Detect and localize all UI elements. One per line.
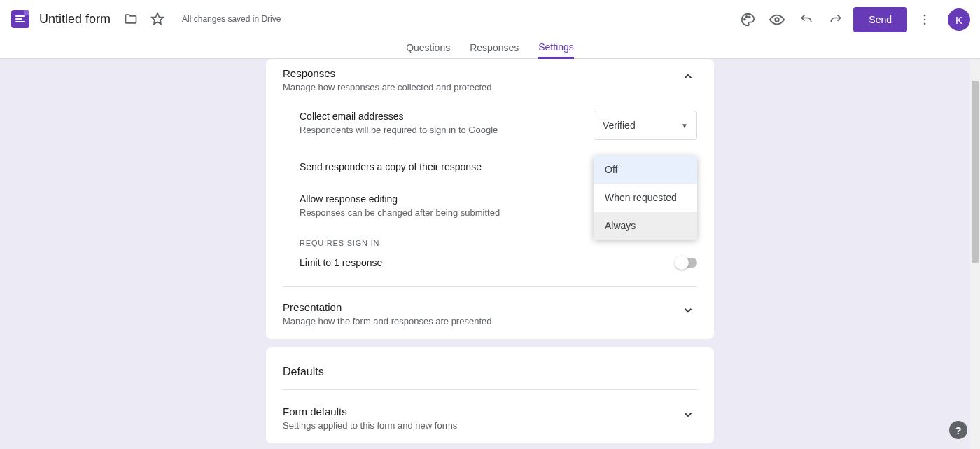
- chevron-down-icon[interactable]: [679, 406, 697, 424]
- form-defaults-subtitle: Settings applied to this form and new fo…: [283, 420, 457, 431]
- account-avatar[interactable]: K: [948, 8, 970, 31]
- svg-point-6: [924, 19, 926, 21]
- defaults-title: Defaults: [283, 360, 697, 389]
- allow-edit-label: Allow response editing: [300, 193, 500, 205]
- limit-one-toggle[interactable]: [676, 258, 697, 268]
- presentation-title: Presentation: [283, 301, 491, 313]
- svg-point-2: [746, 16, 748, 18]
- form-defaults-section-header: Form defaults Settings applied to this f…: [283, 403, 697, 431]
- redo-icon[interactable]: [824, 8, 848, 32]
- tab-responses[interactable]: Responses: [470, 42, 519, 59]
- dropdown-arrow-icon: ▼: [681, 122, 688, 130]
- more-icon[interactable]: [913, 8, 937, 32]
- send-button[interactable]: Send: [853, 7, 907, 32]
- svg-point-4: [776, 18, 780, 22]
- collect-email-row: Collect email addresses Respondents will…: [283, 111, 697, 140]
- forms-logo-icon[interactable]: [11, 10, 29, 28]
- send-copy-dropdown-menu: Off When requested Always: [594, 156, 697, 240]
- star-icon[interactable]: [146, 7, 169, 31]
- document-title[interactable]: Untitled form: [39, 12, 111, 27]
- divider: [283, 389, 697, 390]
- collect-email-value: Verified: [603, 120, 636, 131]
- form-defaults-title: Form defaults: [283, 406, 457, 417]
- chevron-up-icon[interactable]: [679, 67, 697, 85]
- send-copy-row: Send responders a copy of their response…: [283, 161, 697, 172]
- save-status-text: All changes saved in Drive: [182, 14, 281, 24]
- allow-edit-sub: Responses can be changed after being sub…: [300, 207, 500, 218]
- send-copy-option-always[interactable]: Always: [594, 212, 697, 240]
- collect-email-dropdown[interactable]: Verified ▼: [594, 111, 697, 140]
- collect-email-sub: Respondents will be required to sign in …: [300, 125, 498, 135]
- limit-one-label: Limit to 1 response: [300, 257, 382, 268]
- header-actions: Send K: [736, 7, 970, 32]
- send-copy-option-when-requested[interactable]: When requested: [594, 184, 697, 212]
- main-content: Responses Manage how responses are colle…: [0, 59, 980, 443]
- requires-signin-label: REQUIRES SIGN IN: [283, 239, 697, 247]
- svg-point-3: [749, 16, 750, 18]
- help-icon[interactable]: ?: [949, 421, 967, 439]
- svg-point-7: [924, 23, 926, 25]
- tab-questions[interactable]: Questions: [406, 42, 450, 59]
- responses-title: Responses: [283, 67, 491, 79]
- send-copy-label: Send responders a copy of their response: [300, 161, 482, 172]
- svg-marker-0: [152, 13, 164, 25]
- chevron-down-icon[interactable]: [679, 301, 697, 319]
- svg-point-1: [744, 19, 746, 20]
- undo-icon[interactable]: [794, 8, 818, 32]
- limit-one-row: Limit to 1 response: [283, 257, 697, 268]
- presentation-section-header: Presentation Manage how the form and res…: [283, 287, 697, 326]
- presentation-subtitle: Manage how the form and responses are pr…: [283, 316, 491, 326]
- preview-icon[interactable]: [765, 8, 789, 32]
- defaults-card: Defaults Form defaults Settings applied …: [266, 347, 714, 443]
- responses-section-header: Responses Manage how responses are colle…: [283, 59, 697, 92]
- send-copy-option-off[interactable]: Off: [594, 156, 697, 184]
- scrollbar-thumb[interactable]: [972, 81, 979, 263]
- tab-bar: Questions Responses Settings: [0, 38, 980, 59]
- folder-icon[interactable]: [119, 7, 143, 31]
- scrollbar-track[interactable]: [970, 60, 980, 449]
- settings-card: Responses Manage how responses are colle…: [266, 59, 714, 339]
- svg-point-5: [924, 15, 926, 17]
- app-header: Untitled form All changes saved in Drive…: [0, 0, 980, 59]
- tab-settings[interactable]: Settings: [538, 41, 574, 59]
- palette-icon[interactable]: [736, 8, 760, 32]
- collect-email-label: Collect email addresses: [300, 111, 498, 122]
- responses-subtitle: Manage how responses are collected and p…: [283, 82, 491, 92]
